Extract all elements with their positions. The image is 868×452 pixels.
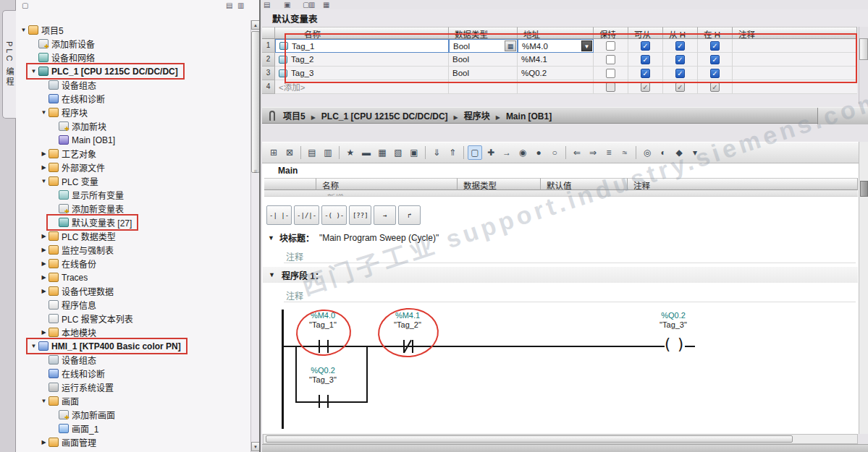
contact2-address[interactable]: %M4.1 xyxy=(384,311,431,320)
tag-name-cell[interactable]: Tag_2 xyxy=(275,53,449,67)
tree-item[interactable]: ▼PLC_1 [CPU 1215C DC/DC/DC] xyxy=(28,64,183,78)
column-header[interactable]: 从 H xyxy=(663,27,698,39)
copy-page-icon[interactable]: ▣ xyxy=(284,1,290,9)
address-cell[interactable]: %Q0.2 xyxy=(518,67,594,80)
empty-box-button[interactable]: [??] xyxy=(349,205,371,225)
tree-item[interactable]: ▼HMI_1 [KTP400 Basic color PN] xyxy=(28,339,186,353)
visible-in-hmi-checkbox[interactable]: ✓ xyxy=(710,55,720,64)
tree-item[interactable]: 设备组态 xyxy=(38,353,101,367)
expander-closed-icon[interactable]: ▶ xyxy=(39,288,49,294)
upload-icon[interactable]: ⇑ xyxy=(445,145,460,160)
grid-icon[interactable]: ▦ xyxy=(323,1,329,9)
contact1-tag-name[interactable]: "Tag_1" xyxy=(300,320,346,329)
download-icon[interactable]: ⇓ xyxy=(429,145,444,160)
expander-closed-icon[interactable]: ▶ xyxy=(39,260,49,267)
window-icon[interactable]: ▤ xyxy=(264,1,270,9)
tree-item[interactable]: 画面_1 xyxy=(48,422,104,435)
expander-open-icon[interactable]: ▼ xyxy=(29,343,38,349)
branch-contact-tag-name[interactable]: "Tag_3" xyxy=(300,375,346,384)
coil-right-paren[interactable]: ) xyxy=(678,335,683,354)
tag-name-cell[interactable]: <添加> xyxy=(275,80,449,94)
branch-contact-address[interactable]: %Q0.2 xyxy=(300,366,346,375)
free-comment-icon[interactable]: ✚ xyxy=(484,145,498,160)
tree-scrollbar-thumb[interactable] xyxy=(251,31,260,173)
address-cell[interactable]: %M4.1 xyxy=(518,53,594,67)
tree-item[interactable]: ▶监控与强制表 xyxy=(38,243,119,257)
writable-from-hmi-checkbox[interactable]: ✓ xyxy=(675,55,685,64)
nc-contact-button[interactable]: -|/|- xyxy=(294,205,319,225)
column-header[interactable]: 名称 xyxy=(275,27,449,39)
favorites-icon[interactable]: ★ xyxy=(343,145,358,160)
tree-item[interactable]: 运行系统设置 xyxy=(38,380,119,394)
block-title-row[interactable]: ▼ 块标题： "Main Program Sweep (Cycle)" xyxy=(268,231,439,244)
tree-item[interactable]: 添加新块 xyxy=(48,119,111,133)
close-branch-button[interactable]: ↱ xyxy=(398,205,421,225)
tree-item[interactable]: ▶设备代理数据 xyxy=(38,284,119,298)
data-type-cell[interactable]: Bool xyxy=(449,67,518,80)
plc-programming-tab[interactable]: PLC 编程 xyxy=(2,10,16,119)
comments-icon[interactable]: ▬ xyxy=(359,145,374,160)
breadcrumb-item[interactable]: PLC_1 [CPU 1215C DC/DC/DC] xyxy=(321,111,448,121)
horizontal-scrollbar-thumb[interactable] xyxy=(266,435,793,443)
address-cell[interactable]: %M4.0▼ xyxy=(518,39,594,53)
tree-item[interactable]: 设备和网络 xyxy=(28,51,100,64)
expander-open-icon[interactable]: ▼ xyxy=(29,68,38,74)
visible-in-hmi-checkbox[interactable]: ✓ xyxy=(710,69,720,78)
expander-open-icon[interactable]: ▼ xyxy=(39,398,49,404)
dropdown-arrow-icon[interactable]: ▼ xyxy=(581,40,592,51)
interface-column-header[interactable]: 默认值 xyxy=(541,178,628,190)
tree-item[interactable]: 显示所有变量 xyxy=(48,188,129,202)
glasses-icon[interactable]: ◎ xyxy=(640,145,654,160)
visible-in-hmi-checkbox[interactable]: ✓ xyxy=(710,41,720,51)
tree-item[interactable]: ▶Traces xyxy=(38,270,93,284)
writable-from-hmi-checkbox[interactable]: ✓ xyxy=(675,69,685,78)
tag-name-cell[interactable]: Tag_3 xyxy=(275,67,449,80)
interface-corner-cell[interactable] xyxy=(264,178,316,190)
accessible-from-hmi-checkbox[interactable]: ✓ xyxy=(641,69,650,78)
retain-checkbox[interactable] xyxy=(606,41,615,51)
tag-table-row[interactable]: 4<添加>✓✓✓ xyxy=(262,80,857,94)
branch-contact-no[interactable] xyxy=(327,395,329,408)
tree-scrollbar[interactable]: ▲ ≡ ▼ xyxy=(250,20,260,452)
comment-cell[interactable] xyxy=(733,80,857,94)
tree-item[interactable]: ▼PLC 变量 xyxy=(38,174,104,188)
retain-checkbox[interactable] xyxy=(606,55,615,64)
writable-from-hmi-checkbox[interactable]: ✓ xyxy=(675,82,685,92)
tree-item[interactable]: ▶PLC 数据类型 xyxy=(38,229,121,243)
monitor-icon[interactable]: ◐ xyxy=(656,145,670,160)
collapse-block-title-icon[interactable]: ▼ xyxy=(268,234,274,242)
visible-in-hmi-checkbox[interactable]: ✓ xyxy=(710,82,720,92)
tag-table-row[interactable]: 2Tag_2Bool%M4.1✓✓✓ xyxy=(262,53,857,67)
expander-closed-icon[interactable]: ▶ xyxy=(39,439,49,445)
tree-item[interactable]: ▶在线备份 xyxy=(38,257,101,270)
no-contact-button[interactable]: -| |- xyxy=(266,205,292,225)
tag-name-cell[interactable]: Tag_1 xyxy=(275,39,449,53)
interface-column-header[interactable]: 注释 xyxy=(628,178,858,190)
breadcrumb-item[interactable]: 程序块 xyxy=(464,111,490,121)
retain-checkbox[interactable] xyxy=(606,69,615,78)
paperclip-icon[interactable] xyxy=(269,111,275,121)
comment-cell[interactable] xyxy=(733,67,857,80)
accessible-from-hmi-checkbox[interactable]: ✓ xyxy=(641,55,650,64)
list-icon[interactable]: ≡ xyxy=(602,145,616,160)
expander-closed-icon[interactable]: ▶ xyxy=(39,164,49,171)
delete-network-icon[interactable]: ⊠ xyxy=(282,145,297,160)
network-comment[interactable]: 注释 xyxy=(286,289,303,302)
coil-address[interactable]: %Q0.2 xyxy=(650,311,696,320)
column-header[interactable]: 保持 xyxy=(594,27,628,39)
tree-item[interactable]: ▶外部源文件 xyxy=(38,161,110,174)
tree-item[interactable]: ▼程序块 xyxy=(38,106,93,119)
tree-item[interactable]: ▼项目5 xyxy=(17,23,69,37)
data-type-cell[interactable]: Bool▦ xyxy=(449,39,518,53)
contact1-address[interactable]: %M4.0 xyxy=(300,311,346,320)
tree-item[interactable]: 在线和诊断 xyxy=(38,92,110,106)
network-comments-icon[interactable]: ▧ xyxy=(391,145,405,160)
status-on-icon[interactable]: ● xyxy=(531,145,546,160)
accessible-from-hmi-checkbox[interactable]: ✓ xyxy=(641,82,650,92)
expander-closed-icon[interactable]: ▶ xyxy=(39,150,49,157)
address-cell[interactable] xyxy=(518,80,594,94)
tree-item[interactable]: ▶本地模块 xyxy=(38,325,101,339)
tree-item[interactable]: 添加新变量表 xyxy=(48,202,129,216)
expander-open-icon[interactable]: ▼ xyxy=(39,109,49,116)
column-header[interactable]: 在 H xyxy=(698,27,733,39)
